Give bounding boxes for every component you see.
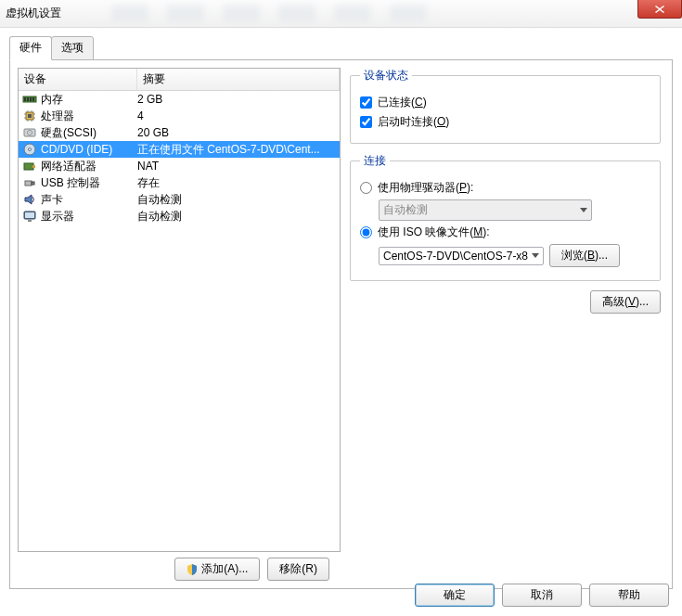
add-hardware-button[interactable]: 添加(A)...: [174, 558, 260, 581]
cancel-button[interactable]: 取消: [502, 584, 582, 607]
svg-rect-2: [27, 97, 29, 101]
shield-icon: [187, 564, 198, 575]
iso-path-combo[interactable]: CentOS-7-DVD\CentOS-7-x8: [379, 247, 544, 265]
disk-icon: [22, 125, 37, 140]
window-title: 虚拟机设置: [6, 6, 61, 21]
hardware-row-cd[interactable]: CD/DVD (IDE)正在使用文件 CentOS-7-DVD\Cent...: [19, 141, 340, 158]
device-summary: 2 GB: [137, 93, 336, 106]
device-summary: 自动检测: [137, 192, 336, 208]
column-device[interactable]: 设备: [19, 69, 137, 90]
hardware-row-memory[interactable]: 内存2 GB: [19, 91, 340, 108]
hardware-row-nic[interactable]: 网络适配器NAT: [19, 158, 340, 174]
device-summary: 正在使用文件 CentOS-7-DVD\Cent...: [137, 142, 336, 158]
close-icon: [655, 6, 664, 13]
device-status-legend: 设备状态: [360, 68, 412, 83]
device-name: CD/DVD (IDE): [41, 143, 137, 156]
hardware-row-cpu[interactable]: 处理器4: [19, 108, 340, 124]
device-summary: 4: [137, 109, 336, 122]
svg-rect-3: [30, 97, 32, 101]
display-icon: [22, 209, 37, 224]
remove-hardware-button[interactable]: 移除(R): [267, 558, 329, 581]
cd-icon: [22, 142, 37, 157]
connected-checkbox[interactable]: [360, 96, 372, 109]
advanced-button[interactable]: 高级(V)...: [590, 290, 661, 314]
dialog-button-bar: 确定 取消 帮助: [415, 584, 669, 607]
svg-rect-20: [24, 163, 33, 170]
device-summary: 20 GB: [137, 126, 336, 139]
tab-options[interactable]: 选项: [51, 36, 94, 60]
device-name: 网络适配器: [41, 159, 137, 174]
list-header: 设备 摘要: [19, 69, 340, 91]
ok-button[interactable]: 确定: [415, 584, 495, 607]
hardware-row-usb[interactable]: USB 控制器存在: [19, 174, 340, 191]
use-physical-radio[interactable]: [360, 182, 372, 194]
device-name: 声卡: [41, 192, 137, 208]
connect-at-poweron-label: 启动时连接(O): [378, 114, 449, 130]
svg-rect-21: [32, 165, 35, 168]
svg-point-19: [29, 148, 32, 151]
column-summary[interactable]: 摘要: [137, 69, 340, 90]
window-close-button[interactable]: [637, 0, 682, 19]
iso-path-value: CentOS-7-DVD\CentOS-7-x8: [383, 250, 528, 263]
help-button[interactable]: 帮助: [589, 584, 669, 607]
chevron-down-icon: [580, 208, 587, 212]
device-summary: NAT: [137, 160, 336, 173]
device-name: 内存: [41, 92, 137, 108]
connection-legend: 连接: [360, 153, 390, 169]
hardware-list[interactable]: 设备 摘要 内存2 GB处理器4硬盘(SCSI)20 GBCD/DVD (IDE…: [18, 68, 341, 552]
device-name: USB 控制器: [41, 175, 137, 191]
use-iso-label: 使用 ISO 映像文件(M):: [378, 225, 490, 240]
hardware-row-sound[interactable]: 声卡自动检测: [19, 191, 340, 208]
connect-at-poweron-checkbox[interactable]: [360, 116, 372, 128]
hardware-row-display[interactable]: 显示器自动检测: [19, 208, 340, 225]
svg-rect-22: [25, 181, 32, 186]
physical-drive-combo[interactable]: 自动检测: [379, 199, 592, 221]
tab-bar: 硬件 选项: [9, 35, 673, 60]
svg-rect-1: [24, 97, 26, 101]
use-physical-label: 使用物理驱动器(P):: [378, 180, 473, 196]
svg-rect-4: [32, 97, 34, 101]
cpu-icon: [22, 109, 37, 123]
device-status-group: 设备状态 已连接(C) 启动时连接(O): [350, 68, 661, 144]
svg-point-17: [29, 132, 31, 134]
hardware-row-disk[interactable]: 硬盘(SCSI)20 GB: [19, 124, 340, 141]
device-summary: 存在: [137, 175, 336, 191]
add-button-label: 添加(A)...: [201, 561, 248, 577]
device-name: 硬盘(SCSI): [41, 125, 137, 141]
svg-rect-25: [25, 212, 34, 218]
use-iso-radio[interactable]: [360, 226, 372, 238]
device-summary: 自动检测: [137, 209, 336, 225]
browse-button[interactable]: 浏览(B)...: [549, 244, 620, 267]
connected-label: 已连接(C): [378, 95, 427, 110]
memory-icon: [22, 92, 37, 107]
tab-hardware[interactable]: 硬件: [9, 36, 52, 60]
svg-rect-26: [28, 220, 32, 222]
device-name: 处理器: [41, 109, 137, 124]
connection-group: 连接 使用物理驱动器(P): 自动检测 使用 ISO 映像文件(M):: [350, 153, 661, 281]
svg-rect-6: [28, 114, 32, 118]
physical-drive-value: 自动检测: [383, 202, 428, 218]
sound-icon: [22, 192, 37, 207]
chevron-down-icon: [532, 253, 539, 258]
device-name: 显示器: [41, 209, 137, 225]
title-bar: 虚拟机设置: [0, 0, 682, 28]
nic-icon: [22, 159, 37, 173]
svg-rect-23: [32, 182, 34, 185]
usb-icon: [22, 175, 37, 190]
